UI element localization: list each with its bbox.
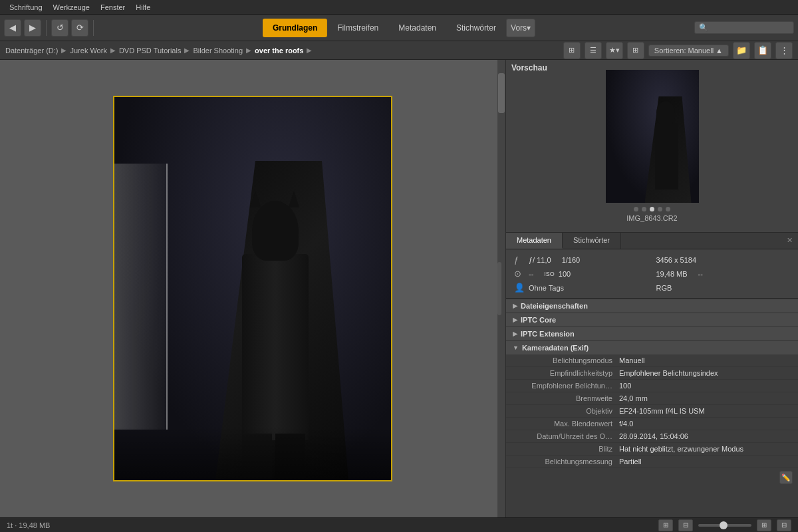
menu-hilfe[interactable]: Hilfe: [130, 2, 156, 13]
section-label-2: IPTC Extension: [521, 330, 575, 338]
value-datum: 28.09.2014, 15:04:06: [619, 432, 791, 440]
section-iptc-extension[interactable]: ▶ IPTC Extension: [506, 327, 798, 340]
label-datum: Datum/Uhrzeit des O…: [513, 432, 619, 440]
breadcrumb-sep-1: ▶: [110, 47, 116, 54]
breadcrumb-drive[interactable]: Datenträger (D:): [5, 47, 58, 55]
meta-aperture-row: ƒ ƒ/ 11,0 1/160: [511, 253, 651, 266]
preview-area: Vorschau IMG_8643.CR2: [506, 60, 798, 233]
value-empfohlener: 100: [619, 382, 791, 390]
label-blitz: Blitz: [513, 445, 619, 453]
search-input[interactable]: [708, 24, 789, 32]
view-grid-btn[interactable]: ⊞: [563, 42, 581, 59]
iso-value: 100: [559, 270, 571, 278]
view-list-btn[interactable]: ☰: [585, 42, 602, 59]
preview-dot-4[interactable]: [658, 207, 662, 211]
status-view-btn-3[interactable]: ⊞: [757, 519, 771, 531]
scrollbar-thumb[interactable]: [498, 73, 505, 113]
sort-button[interactable]: Sortieren: Manuell ▲: [648, 45, 729, 57]
status-view-btn-1[interactable]: ⊞: [658, 519, 673, 531]
folder-btn[interactable]: 📁: [733, 42, 750, 59]
zoom-thumb[interactable]: [720, 521, 728, 529]
image-viewer: [0, 60, 505, 517]
breadcrumb-over-the-roofs[interactable]: over the roofs: [255, 47, 303, 55]
label-belichtungsmessung: Belichtungsmessung: [513, 458, 619, 466]
meta-row-brennweite: Brennweite 24,0 mm: [506, 392, 798, 405]
value-empfindlichkeitstyp: Empfohlener Belichtungsindex: [619, 369, 791, 377]
label-objektiv: Objektiv: [513, 407, 619, 415]
iso-label: ISO: [544, 271, 555, 277]
tags-value: Ohne Tags: [529, 284, 564, 292]
section-kameradaten[interactable]: ▼ Kameradaten (Exif): [506, 340, 798, 354]
copy-btn[interactable]: 📋: [754, 42, 771, 59]
menu-werkzeuge[interactable]: Werkzeuge: [48, 2, 95, 13]
value-objektiv: EF24-105mm f/4L IS USM: [619, 407, 791, 415]
label-blendenwert: Max. Blendenwert: [513, 420, 619, 428]
statusbar: 1t · 19,48 MB ⊞ ⊟ ⊞ ⊟: [0, 517, 798, 532]
meta-row-blendenwert: Max. Blendenwert f/4.0: [506, 418, 798, 430]
breadcrumb-dvd[interactable]: DVD PSD Tutorials: [119, 47, 182, 55]
menu-schriftung[interactable]: Schriftung: [4, 2, 48, 13]
metadata-scroll[interactable]: ▶ Dateieigenschaften ▶ IPTC Core ▶ IPTC …: [506, 299, 798, 517]
breadcrumb-bilder[interactable]: Bilder Shooting: [193, 47, 243, 55]
dimensions-value: 3456 x 5184: [656, 256, 697, 264]
tab-filmstreifen[interactable]: Filmstreifen: [327, 19, 388, 37]
preview-dot-1[interactable]: [634, 207, 638, 211]
tab-stichwörter[interactable]: Stichwörter: [446, 19, 506, 37]
section-label-3: Kameradaten (Exif): [522, 344, 589, 352]
label-belichtungsmodus: Belichtungsmodus: [513, 356, 619, 364]
sync-button[interactable]: ⟳: [71, 19, 88, 37]
preview-dot-5[interactable]: [666, 207, 670, 211]
search-box[interactable]: 🔍: [694, 21, 794, 34]
status-view-btn-2[interactable]: ⊟: [678, 519, 693, 531]
view-filter-btn[interactable]: ⊞: [627, 42, 644, 59]
focus-value: --: [529, 270, 533, 278]
forward-button[interactable]: ▶: [24, 19, 41, 37]
tab-stichwörter-panel[interactable]: Stichwörter: [563, 233, 621, 249]
breadcrumb-jurek[interactable]: Jurek Work: [70, 47, 106, 55]
label-empfindlichkeitstyp: Empfindlichkeitstyp: [513, 369, 619, 377]
aperture-icon: ƒ: [514, 255, 525, 265]
label-empfohlener: Empfohlener Belichtun…: [513, 382, 619, 390]
toolbar: ◀ ▶ ↺ ⟳ Grundlagen Filmstreifen Metadate…: [0, 15, 798, 41]
preview-dot-3[interactable]: [650, 207, 654, 211]
preview-dot-2[interactable]: [642, 207, 646, 211]
value-blitz: Hat nicht geblitzt, erzwungener Modus: [619, 445, 791, 453]
status-text: 1t · 19,48 MB: [7, 521, 50, 529]
panel-close-btn[interactable]: ✕: [781, 233, 798, 249]
view-rating-btn[interactable]: ★▾: [606, 42, 623, 59]
person-icon: 👤: [514, 283, 525, 293]
section-dateieigenschaften[interactable]: ▶ Dateieigenschaften: [506, 299, 798, 313]
scrollbar-indicator: [497, 262, 501, 315]
breadcrumb-controls: ⊞ ☰ ★▾ ⊞ Sortieren: Manuell ▲ 📁 📋 ⋮: [563, 42, 793, 59]
back-button[interactable]: ◀: [4, 19, 21, 37]
preview-label: Vorschau: [511, 63, 547, 72]
meta-person-row: 👤 Ohne Tags: [511, 281, 651, 294]
tab-vors-dropdown[interactable]: Vors▾: [506, 19, 535, 37]
meta-row-belichtungsmessung: Belichtungsmessung Partiell: [506, 456, 798, 468]
section-label-1: IPTC Core: [521, 316, 556, 324]
value-belichtungsmessung: Partiell: [619, 458, 791, 466]
edit-metadata-btn[interactable]: ✏️: [779, 471, 793, 484]
tab-grundlagen[interactable]: Grundlagen: [263, 19, 327, 37]
menu-fenster[interactable]: Fenster: [95, 2, 130, 13]
meta-colorspace-row: RGB: [654, 281, 793, 294]
search-icon: 🔍: [699, 23, 708, 32]
section-iptc-core[interactable]: ▶ IPTC Core: [506, 313, 798, 327]
triangle-icon-3: ▼: [513, 344, 519, 351]
more-btn[interactable]: ⋮: [775, 42, 793, 59]
dash-value: --: [698, 270, 703, 278]
meta-row-empfohlener: Empfohlener Belichtun… 100: [506, 380, 798, 392]
tab-metadaten[interactable]: Metadaten: [388, 19, 446, 37]
zoom-slider[interactable]: [698, 524, 751, 527]
toolbar-separator: [46, 20, 47, 36]
preview-dots: [634, 207, 670, 211]
preview-filename: IMG_8643.CR2: [626, 214, 677, 222]
refresh-button[interactable]: ↺: [51, 19, 68, 37]
batman-image: [114, 97, 391, 480]
value-belichtungsmodus: Manuell: [619, 356, 791, 364]
meta-row-objektiv: Objektiv EF24-105mm f/4L IS USM: [506, 405, 798, 418]
right-panel: Vorschau IMG_8643.CR2 Metadaten S: [505, 60, 798, 517]
tab-metadaten-panel[interactable]: Metadaten: [506, 233, 563, 249]
meta-dimensions-row: 3456 x 5184: [654, 253, 793, 266]
status-view-btn-4[interactable]: ⊟: [777, 519, 791, 531]
